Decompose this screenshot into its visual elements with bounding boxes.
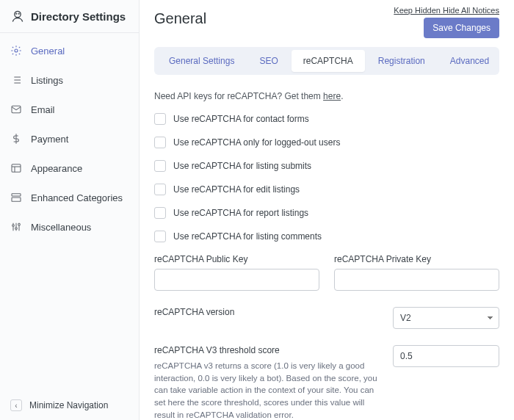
svg-point-3 <box>15 49 18 52</box>
check-contact-forms: Use reCAPTCHA for contact forms <box>154 113 499 125</box>
page-title: General <box>154 10 206 27</box>
sidebar-item-general[interactable]: General <box>0 36 139 65</box>
private-key-input[interactable] <box>334 269 499 291</box>
gear-icon <box>10 45 22 57</box>
check-listing-comments: Use reCAPTCHA for listing comments <box>154 231 499 242</box>
checkbox-logged-out[interactable] <box>154 137 166 148</box>
sidebar-item-enhanced-categories[interactable]: Enhanced Categories <box>0 183 139 212</box>
public-key-label: reCAPTCHA Public Key <box>154 254 319 264</box>
check-label: Use reCAPTCHA for listing comments <box>173 231 322 242</box>
sidebar-item-email[interactable]: Email <box>0 95 139 124</box>
check-label: Use reCAPTCHA only for logged-out users <box>173 137 340 148</box>
svg-rect-15 <box>12 194 21 196</box>
sidebar-item-listings[interactable]: Listings <box>0 65 139 95</box>
check-label: Use reCAPTCHA for edit listings <box>173 184 300 195</box>
checkbox-listing-comments[interactable] <box>154 231 166 242</box>
sidebar-item-label: General <box>31 46 65 57</box>
sidebar-item-label: Appearance <box>31 163 82 174</box>
check-label: Use reCAPTCHA for contact forms <box>173 114 309 124</box>
threshold-label: reCAPTCHA V3 threshold score <box>154 345 378 355</box>
threshold-input[interactable] <box>393 345 499 367</box>
sidebar-header: Directory Settings <box>0 0 139 33</box>
api-note-prefix: Need API keys for reCAPTCHA? Get them <box>154 91 323 101</box>
checkbox-edit-listings[interactable] <box>154 184 166 195</box>
version-label: reCAPTCHA version <box>154 307 378 317</box>
minimize-nav-button[interactable]: ‹ Minimize Navigation <box>0 391 139 420</box>
app-logo-icon <box>10 9 25 23</box>
check-edit-listings: Use reCAPTCHA for edit listings <box>154 184 499 195</box>
sidebar-item-appearance[interactable]: Appearance <box>0 153 139 183</box>
svg-point-2 <box>18 13 19 14</box>
svg-point-1 <box>16 13 17 14</box>
sidebar: Directory Settings General Listings Emai… <box>0 0 140 420</box>
threshold-description: reCAPTCHA v3 returns a score (1.0 is ver… <box>154 360 378 420</box>
categories-icon <box>10 192 22 203</box>
hide-notices-link[interactable]: Keep Hidden Hide All Notices <box>394 6 499 15</box>
tab-registration[interactable]: Registration <box>366 50 437 72</box>
sidebar-item-label: Listings <box>31 75 63 86</box>
topbar: General Keep Hidden Hide All Notices Sav… <box>140 0 514 47</box>
sidebar-item-label: Miscellaneous <box>31 222 91 233</box>
svg-rect-12 <box>12 164 21 173</box>
check-label: Use reCAPTCHA for report listings <box>173 208 308 218</box>
sidebar-nav: General Listings Email Payment Appearanc… <box>0 33 139 391</box>
svg-point-21 <box>15 228 18 230</box>
save-changes-top-button[interactable]: Save Changes <box>424 18 499 38</box>
api-keys-note: Need API keys for reCAPTCHA? Get them he… <box>154 91 499 101</box>
tab-general-settings[interactable]: General Settings <box>157 50 246 72</box>
api-note-suffix: . <box>341 91 343 101</box>
check-report-listings: Use reCAPTCHA for report listings <box>154 207 499 219</box>
tab-seo[interactable]: SEO <box>247 50 289 72</box>
main: General Keep Hidden Hide All Notices Sav… <box>140 0 514 420</box>
app-title: Directory Settings <box>31 10 126 23</box>
checkbox-report-listings[interactable] <box>154 207 166 219</box>
api-keys-link[interactable]: here <box>323 91 341 101</box>
layout-icon <box>10 162 22 174</box>
list-icon <box>10 74 22 86</box>
sidebar-item-payment[interactable]: Payment <box>0 124 139 153</box>
svg-point-0 <box>15 11 21 17</box>
tabs: General Settings SEO reCAPTCHA Registrat… <box>154 47 499 75</box>
minimize-label: Minimize Navigation <box>29 400 108 410</box>
svg-point-22 <box>18 223 21 225</box>
mail-icon <box>10 104 22 115</box>
public-key-input[interactable] <box>154 269 319 291</box>
check-label: Use reCAPTCHA for listing submits <box>173 161 311 171</box>
svg-point-20 <box>12 225 15 227</box>
check-logged-out: Use reCAPTCHA only for logged-out users <box>154 137 499 148</box>
tab-advanced[interactable]: Advanced <box>438 50 501 72</box>
checkbox-listing-submits[interactable] <box>154 160 166 172</box>
content: General Settings SEO reCAPTCHA Registrat… <box>140 47 514 420</box>
svg-rect-10 <box>12 106 21 112</box>
chevron-left-icon: ‹ <box>10 399 22 411</box>
tab-recaptcha[interactable]: reCAPTCHA <box>292 50 365 72</box>
dollar-icon <box>10 133 22 145</box>
version-select[interactable]: V2 <box>393 307 499 329</box>
private-key-label: reCAPTCHA Private Key <box>334 254 499 264</box>
sidebar-item-label: Email <box>31 104 55 115</box>
svg-rect-16 <box>12 198 21 201</box>
sidebar-item-label: Enhanced Categories <box>31 192 123 203</box>
checkbox-contact-forms[interactable] <box>154 113 166 125</box>
sidebar-item-label: Payment <box>31 134 68 145</box>
check-listing-submits: Use reCAPTCHA for listing submits <box>154 160 499 172</box>
sliders-icon <box>10 221 22 233</box>
sidebar-item-miscellaneous[interactable]: Miscellaneous <box>0 212 139 242</box>
